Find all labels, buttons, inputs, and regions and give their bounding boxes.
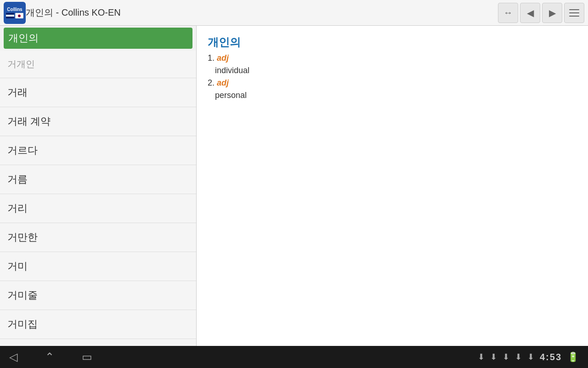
list-item[interactable]: 거르다 <box>0 136 196 165</box>
word-list: 개인의 거개인 거래 거래 계약 거르다 거름 거리 거만한 거미 거미줄 거미… <box>0 26 197 357</box>
svg-point-2 <box>19 15 20 17</box>
selected-word-text: 개인의 <box>8 32 39 44</box>
swap-icon: ↔ <box>503 7 513 18</box>
status-icon-2: ⬇ <box>490 352 497 362</box>
def-pos-1: adj <box>217 53 229 63</box>
back-icon: ◀ <box>527 7 534 18</box>
menu-button[interactable] <box>564 3 584 23</box>
def-number-2: 2. <box>208 78 217 87</box>
list-item[interactable]: 거개인 <box>0 51 196 78</box>
def-number-1: 1. <box>208 53 217 63</box>
status-right: ⬇ ⬇ ⬇ ⬇ ⬇ 4:53 🔋 <box>478 351 579 362</box>
list-item[interactable]: 거미줄 <box>0 281 196 310</box>
list-item[interactable]: 거미집 <box>0 310 196 339</box>
definition-headword: 개인의 <box>208 35 577 50</box>
definition-entry-1: 1. adj <box>208 53 577 63</box>
app-icon-text: Collins <box>7 7 22 12</box>
list-item[interactable]: 거만한 <box>0 223 196 252</box>
list-item[interactable]: 거래 <box>0 78 196 107</box>
clock: 4:53 <box>540 352 562 362</box>
menu-line-1 <box>569 9 579 10</box>
word-item-selected[interactable]: 개인의 <box>4 28 192 49</box>
page-title: 개인의 - Collins KO-EN <box>26 6 498 19</box>
def-pos-2: adj <box>217 78 229 87</box>
menu-line-3 <box>569 16 579 17</box>
android-recent-button[interactable]: ▭ <box>82 351 92 363</box>
list-item[interactable]: 거리 <box>0 194 196 223</box>
swap-button[interactable]: ↔ <box>498 3 518 23</box>
kr-flag-icon <box>15 13 23 18</box>
status-icon-3: ⬇ <box>503 352 509 362</box>
def-translation-2: personal <box>215 91 577 100</box>
def-translation-1: individual <box>215 66 577 75</box>
list-item[interactable]: 거미 <box>0 252 196 281</box>
nav-buttons: ↔ ◀ ▶ <box>498 3 584 23</box>
main-content: 개인의 거개인 거래 거래 계약 거르다 거름 거리 거만한 거미 거미줄 거미… <box>0 26 588 357</box>
status-icon-1: ⬇ <box>478 352 485 362</box>
back-button[interactable]: ◀ <box>520 3 540 23</box>
list-item[interactable]: 거래 계약 <box>0 107 196 136</box>
android-nav-buttons: ◁ ⌃ ▭ <box>9 351 92 363</box>
menu-line-2 <box>569 12 579 13</box>
uk-flag-icon <box>6 13 14 18</box>
app-icon: Collins <box>4 2 26 24</box>
status-icon-5: ⬇ <box>527 352 534 362</box>
definition-entry-2: 2. adj <box>208 78 577 88</box>
android-back-button[interactable]: ◁ <box>9 351 17 363</box>
top-bar: Collins 개인의 - Collins KO-EN ↔ ◀ ▶ <box>0 0 588 26</box>
list-item[interactable]: 거름 <box>0 165 196 194</box>
definition-panel: 개인의 1. adj individual 2. adj personal <box>197 26 588 357</box>
android-home-button[interactable]: ⌃ <box>45 351 54 363</box>
forward-icon: ▶ <box>549 7 556 18</box>
status-icon-4: ⬇ <box>515 352 522 362</box>
forward-button[interactable]: ▶ <box>542 3 562 23</box>
bottom-bar: ◁ ⌃ ▭ ⬇ ⬇ ⬇ ⬇ ⬇ 4:53 🔋 <box>0 346 588 368</box>
battery-icon: 🔋 <box>567 351 579 362</box>
